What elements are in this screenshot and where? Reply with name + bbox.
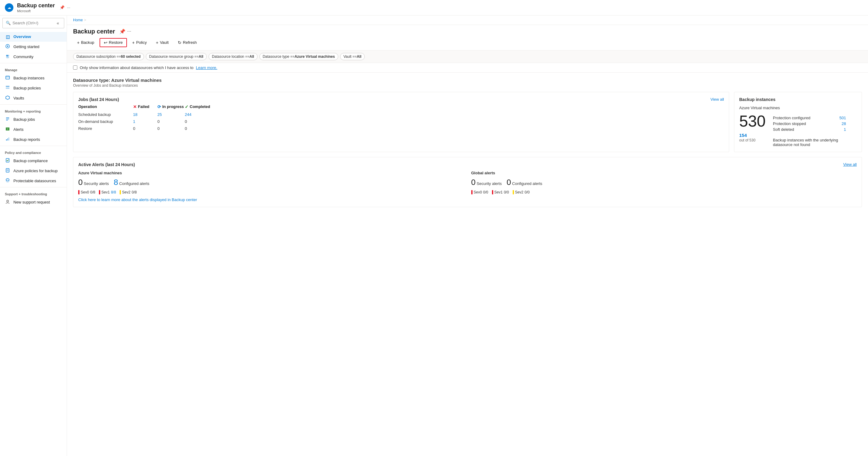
sidebar-item-overview[interactable]: ◫ Overview [0,32,67,42]
sidebar-item-backup-reports[interactable]: Backup reports [0,134,67,144]
col-operation: Operation [78,104,133,109]
bi-stat-value-1[interactable]: 28 [841,121,846,126]
completed-scheduled[interactable]: 244 [185,112,212,117]
sidebar-item-backup-jobs[interactable]: Backup jobs [0,115,67,124]
sidebar-item-label: Backup compliance [13,159,48,163]
filter-datasource-type[interactable]: Datasource type == Azure Virtual machine… [259,53,338,60]
pin-page-icon[interactable]: 📌 [119,29,125,34]
bi-content: 530 154 out of 530 Protection configured… [739,113,857,147]
vm-security-label: Security alerts [84,181,109,186]
vm-configured-count: 8 Configured alerts [114,178,149,187]
policy-button[interactable]: + Policy [128,38,151,47]
global-sev0: Sev0 0/0 [471,190,488,194]
alerts-header: Active Alerts (last 24 Hours) View all [78,162,857,167]
backup-button[interactable]: + Backup [73,38,98,47]
bi-secondary-of: out of 530 [739,138,755,142]
access-label: Only show information about datasources … [80,65,194,70]
svg-rect-9 [6,86,9,87]
search-input[interactable] [12,21,53,25]
filter-resource-group[interactable]: Datasource resource group == All [146,53,207,60]
plus-icon: + [77,40,80,45]
global-sev2-bar [513,190,514,194]
filter-vault[interactable]: Vault == All [340,53,365,60]
refresh-button[interactable]: ↻ Refresh [174,38,201,47]
pin-icon[interactable]: 📌 [60,5,65,10]
backup-reports-icon [5,137,10,142]
breadcrumb: Home > [67,15,868,25]
sidebar-item-protectable[interactable]: Protectable datasources [0,176,67,186]
bi-stat-label-1: Protection stopped [773,121,806,126]
top-bar-icons[interactable]: 📌 ··· [60,5,70,10]
filter-location[interactable]: Datasource location == All [209,53,257,60]
bi-card-title: Backup instances [739,97,857,102]
more-options-icon[interactable]: ··· [127,29,131,34]
global-security-num: 0 [471,178,475,187]
op-restore: Restore [78,126,133,131]
sev1-label: Sev1 [101,190,110,194]
bi-total: 530 [739,113,766,129]
restore-button[interactable]: ↩ Restore [99,38,127,47]
sidebar-item-backup-compliance[interactable]: Backup compliance [0,156,67,166]
vm-configured-num: 8 [114,178,118,187]
vm-security-count: 0 Security alerts [78,178,109,187]
collapse-button[interactable]: « [55,20,61,26]
learn-more-link[interactable]: Learn more. [196,65,217,70]
search-box[interactable]: 🔍 « [2,18,64,28]
filter-subscription[interactable]: Datasource subscription == 60 selected [73,53,144,60]
sidebar-nav: ◫ Overview Getting started Community Man… [0,31,67,208]
vault-button[interactable]: + Vault [152,38,173,47]
col-in-progress: ⟳ In progress [157,104,185,109]
sev1-value[interactable]: 8/8 [111,190,116,194]
breadcrumb-home[interactable]: Home [73,18,83,22]
backup-instances-card: Backup instances Azure Virtual machines … [734,92,862,152]
app-title: Backup center [17,2,55,9]
app-subtitle: Microsoft [17,9,55,13]
svg-rect-19 [8,137,9,140]
jobs-view-all[interactable]: View all [710,97,724,102]
bi-stat-label-2: Soft deleted [773,127,794,132]
sidebar-item-support[interactable]: New support request [0,197,67,207]
sidebar-item-vaults[interactable]: Vaults [0,93,67,103]
access-checkbox[interactable] [73,65,77,70]
backup-label: Backup [81,40,94,45]
op-scheduled: Scheduled backup [78,112,133,117]
sidebar-item-azure-policies[interactable]: Azure policies for backup [0,166,67,176]
sidebar-item-label: Vaults [13,96,24,100]
divider-monitoring [0,104,67,105]
checkbox-row: Only show information about datasources … [67,63,868,73]
policy-label: Policy [136,40,147,45]
jobs-card-title: Jobs (last 24 Hours) [78,97,119,102]
sidebar-item-getting-started[interactable]: Getting started [0,42,67,52]
failed-ondemand[interactable]: 1 [133,119,157,124]
jobs-header: Jobs (last 24 Hours) View all [78,97,724,102]
section-support: Support + troubleshooting [0,189,67,197]
ellipsis-icon[interactable]: ··· [67,5,70,10]
failed-scheduled[interactable]: 18 [133,112,157,117]
section-manage: Manage [0,64,67,73]
alerts-columns: Azure Virtual machines 0 Security alerts… [78,171,857,194]
svg-point-6 [6,57,9,58]
alerts-view-all[interactable]: View all [843,162,857,167]
vm-sev1: Sev1 8/8 [99,190,116,194]
alerts-vm-title: Azure Virtual machines [78,171,464,175]
section-monitoring: Monitoring + reporting [0,106,67,115]
section-policy: Policy and compliance [0,147,67,156]
restore-icon: ↩ [104,40,107,45]
bi-stat-value-0[interactable]: 501 [839,116,846,120]
restore-label: Restore [109,40,123,45]
bi-stat-value-2[interactable]: 1 [844,127,846,132]
bi-stat-row: Protection configured 501 [773,116,846,120]
completed-icon: ✓ [185,104,188,109]
policy-plus-icon: + [132,40,134,45]
toolbar: + Backup ↩ Restore + Policy + Vault ↻ Re… [67,35,868,51]
svg-marker-3 [7,45,9,47]
sidebar-item-alerts[interactable]: ! Alerts [0,124,67,134]
sidebar-item-community[interactable]: Community [0,52,67,62]
vault-plus-icon: + [156,40,158,45]
sidebar-item-backup-instances[interactable]: Backup instances [0,73,67,83]
sev0-bar [78,190,80,194]
sidebar-item-label: Azure policies for backup [13,168,58,173]
sidebar-item-backup-policies[interactable]: Backup policies [0,83,67,93]
progress-scheduled[interactable]: 25 [157,112,185,117]
alerts-learn-more[interactable]: Click here to learn more about the alert… [78,197,857,202]
